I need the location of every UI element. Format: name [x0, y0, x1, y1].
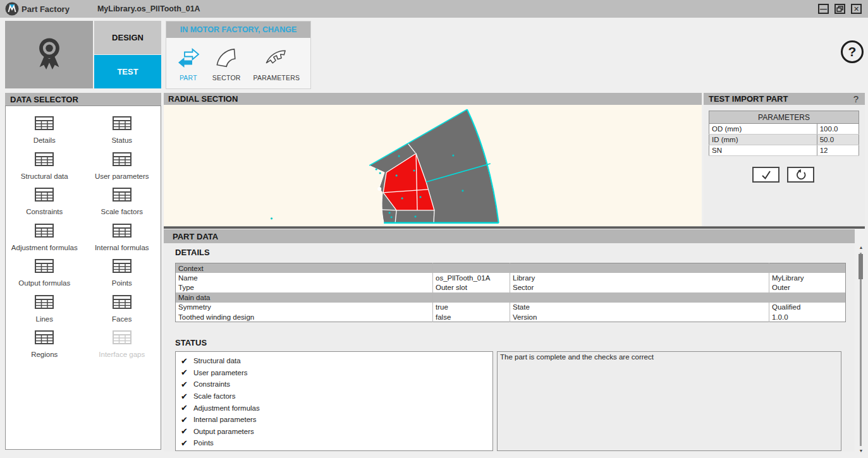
status-check-item: ✔Adjustment formulas: [181, 402, 492, 414]
tab-test[interactable]: TEST: [94, 55, 161, 88]
test-import-part-title: TEST IMPORT PART: [709, 94, 788, 104]
status-check-label: Constraints: [193, 380, 230, 388]
data-selector-item-label: Output formulas: [18, 279, 70, 287]
document-title: MyLibrary.os_PllTooth_01A: [97, 4, 200, 13]
status-check-label: User parameters: [193, 369, 248, 377]
data-selector-item-adjustment-formulas[interactable]: Adjustment formulas: [6, 220, 83, 256]
part-arrows-icon: [177, 47, 200, 71]
details-section-row: Context: [176, 263, 846, 274]
parameter-value[interactable]: 100.0: [817, 124, 859, 135]
table-icon: [113, 259, 131, 275]
table-icon: [35, 224, 54, 240]
toolbar-button-part[interactable]: PART: [177, 47, 200, 81]
data-selector-item-label: Scale factors: [101, 208, 143, 215]
details-cell: true: [433, 303, 510, 313]
help-button[interactable]: ?: [841, 40, 864, 63]
title-bar: Part Factory MyLibrary.os_PllTooth_01A —…: [0, 0, 868, 18]
data-selector-panel: DetailsStatusStructural dataUser paramet…: [5, 105, 161, 450]
status-check-item: ✔User parameters: [181, 367, 492, 379]
data-selector-item-label: User parameters: [95, 172, 149, 180]
data-selector-grid: DetailsStatusStructural dataUser paramet…: [6, 112, 161, 363]
details-table: ContextNameos_PllTooth_01ALibraryMyLibra…: [175, 263, 846, 322]
table-icon: [113, 224, 131, 240]
close-button[interactable]: ✕: [851, 4, 862, 14]
table-icon: [113, 152, 131, 169]
scrollbar-track[interactable]: [860, 253, 862, 446]
sector-icon: [215, 47, 238, 71]
data-selector-item-regions[interactable]: Regions: [6, 327, 83, 363]
data-selector-item-constraints[interactable]: Constraints: [6, 184, 83, 220]
parameters-row: OD (mm)100.0: [709, 124, 859, 135]
data-selector-item-label: Lines: [36, 315, 54, 323]
apply-button[interactable]: [752, 167, 779, 183]
toolbar-button-sector[interactable]: SECTOR: [212, 47, 241, 81]
status-check-label: Adjustment formulas: [193, 404, 260, 412]
parameters-table: PARAMETERS OD (mm)100.0ID (mm)50.0SN12: [709, 111, 859, 156]
radial-section-canvas[interactable]: [164, 105, 702, 226]
parameter-value[interactable]: 12: [817, 145, 859, 156]
details-cell: [769, 292, 846, 303]
data-selector-item-scale-factors[interactable]: Scale factors: [83, 184, 161, 220]
tab-design[interactable]: DESIGN: [94, 21, 161, 54]
data-selector-item-output-formulas[interactable]: Output formulas: [6, 255, 83, 291]
radial-section-header: RADIAL SECTION: [164, 93, 702, 105]
details-cell: os_PllTooth_01A: [433, 273, 510, 283]
data-selector-item-internal-formulas[interactable]: Internal formulas: [83, 220, 161, 256]
data-selector-item-status[interactable]: Status: [83, 112, 161, 148]
data-selector-item-label: Faces: [112, 315, 131, 323]
details-cell: Toothed winding design: [176, 312, 433, 322]
data-selector-item-points[interactable]: Points: [83, 255, 161, 291]
details-cell: 1.0.0: [769, 312, 846, 322]
table-icon: [35, 116, 54, 133]
table-icon: [35, 152, 54, 169]
check-icon: [760, 169, 773, 181]
radial-section-drawing: [164, 105, 702, 226]
data-selector-item-faces[interactable]: Faces: [83, 291, 161, 327]
details-cell: Sector: [510, 283, 769, 293]
test-import-help-button[interactable]: ?: [853, 93, 859, 104]
data-selector-item-user-parameters[interactable]: User parameters: [83, 148, 161, 184]
details-cell: [510, 292, 769, 303]
check-mark-icon: ✔: [181, 380, 188, 389]
data-selector-item-label: Points: [112, 279, 132, 287]
test-import-part-header: TEST IMPORT PART ?: [704, 93, 865, 105]
table-icon: [113, 188, 131, 204]
toolbar-button-parameters[interactable]: PARAMETERS: [254, 47, 300, 81]
table-icon: [35, 259, 54, 275]
qualified-badge-panel: [5, 21, 93, 88]
status-message: The part is complete and the checks are …: [497, 351, 841, 451]
details-cell: Name: [176, 273, 433, 283]
check-mark-icon: ✔: [181, 392, 188, 401]
status-check-label: Structural data: [193, 357, 241, 365]
status-check-label: Points: [193, 439, 214, 447]
horizontal-splitter[interactable]: [164, 226, 865, 229]
scroll-up-icon[interactable]: ▲: [858, 245, 864, 250]
table-icon: [113, 116, 131, 133]
status-check-item: ✔Output parameters: [181, 426, 492, 438]
refresh-icon: [795, 169, 807, 181]
status-check-item: ✔Lines: [181, 449, 492, 451]
data-selector-item-structural-data[interactable]: Structural data: [6, 148, 83, 184]
reset-button[interactable]: [787, 167, 814, 183]
parameter-label: SN: [709, 145, 817, 156]
status-check-label: Output parameters: [193, 428, 254, 435]
data-selector-item-interface-gaps: Interface gaps: [83, 327, 161, 363]
toolbar-body: PART SECTOR PARAMETERS: [166, 38, 310, 89]
table-icon: [113, 295, 131, 311]
details-section-title: DETAILS: [175, 248, 210, 257]
restore-button[interactable]: [834, 4, 845, 14]
scrollbar-thumb[interactable]: [859, 254, 863, 279]
data-selector-item-lines[interactable]: Lines: [6, 291, 83, 327]
toolbar-header: IN MOTOR FACTORY, CHANGE: [166, 21, 310, 38]
app-title: Part Factory: [21, 4, 70, 14]
scroll-down-icon[interactable]: ▼: [858, 449, 864, 453]
part-data-scrollbar[interactable]: ▲ ▼: [857, 245, 865, 454]
details-cell: Outer: [769, 283, 846, 293]
minimize-button[interactable]: —: [818, 4, 829, 14]
details-cell: Library: [510, 273, 769, 283]
details-cell: [510, 263, 769, 274]
window-controls: — ✕: [818, 4, 862, 14]
data-selector-item-details[interactable]: Details: [6, 112, 83, 148]
parameter-value[interactable]: 50.0: [817, 135, 859, 145]
details-data-row: TypeOuter slotSectorOuter: [176, 283, 846, 293]
